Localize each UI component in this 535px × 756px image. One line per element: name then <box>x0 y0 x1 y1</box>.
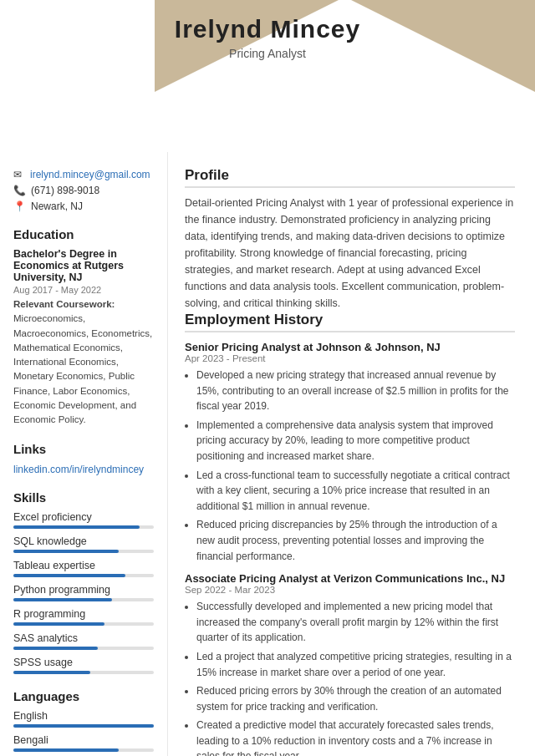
email-icon: ✉ <box>13 169 25 180</box>
profile-title: Profile <box>185 167 515 188</box>
skill-bar-bg <box>13 647 154 650</box>
language-bar-bg <box>13 748 154 752</box>
language-bar-fill <box>13 748 119 752</box>
skill-bar-bg <box>13 550 154 553</box>
job-date: Apr 2023 - Present <box>185 353 515 363</box>
skill-item: Tableau expertise <box>13 560 154 577</box>
email-item: ✉ irelynd.mincey@gmail.com <box>13 169 154 180</box>
edu-degree: Bachelor's Degree in Economics at Rutger… <box>13 248 154 283</box>
skills-section: Skills Excel proficiency SQL knowledge T… <box>13 490 154 674</box>
edu-dates: Aug 2017 - May 2022 <box>13 285 154 295</box>
main-content: Profile Detail-oriented Pricing Analyst … <box>167 152 535 756</box>
skill-label: Python programming <box>13 584 154 596</box>
job-bullets: Developed a new pricing strategy that in… <box>185 368 515 564</box>
skill-item: Python programming <box>13 584 154 601</box>
location-item: 📍 Newark, NJ <box>13 200 154 212</box>
candidate-title: Pricing Analyst <box>0 47 535 60</box>
language-item: English <box>13 710 154 728</box>
languages-title: Languages <box>13 689 154 703</box>
skill-item: SPSS usage <box>13 657 154 674</box>
language-bar-fill <box>13 724 154 728</box>
job-bullet: Reduced pricing discrepancies by 25% thr… <box>196 517 515 564</box>
skill-label: SAS analytics <box>13 632 154 644</box>
sidebar: ✉ irelynd.mincey@gmail.com 📞 (671) 898-9… <box>0 152 167 756</box>
job-title: Associate Pricing Analyst at Verizon Com… <box>185 572 515 585</box>
skill-bar-bg <box>13 671 154 674</box>
skill-label: SPSS usage <box>13 657 154 668</box>
skill-item: R programming <box>13 608 154 626</box>
education-section: Education Bachelor's Degree in Economics… <box>13 227 154 427</box>
jobs-list: Senior Pricing Analyst at Johnson & John… <box>185 341 515 756</box>
skill-bar-fill <box>13 525 140 529</box>
skill-bar-bg <box>13 525 154 529</box>
language-label: Bengali <box>13 734 154 746</box>
skill-label: SQL knowledge <box>13 535 154 547</box>
job-bullet: Led a project that analyzed competitive … <box>196 649 515 680</box>
edu-coursework: Relevant Coursework: Microeconomics, Mac… <box>13 297 154 427</box>
language-bar-bg <box>13 724 154 728</box>
skill-bar-fill <box>13 647 98 650</box>
phone-number: (671) 898-9018 <box>31 185 99 196</box>
employment-section: Employment History Senior Pricing Analys… <box>185 312 515 756</box>
coursework-label: Relevant Coursework: <box>13 299 115 309</box>
skill-bar-fill <box>13 671 90 674</box>
languages-list: English Bengali <box>13 710 154 752</box>
skill-bar-fill <box>13 550 119 553</box>
contact-section: ✉ irelynd.mincey@gmail.com 📞 (671) 898-9… <box>13 169 154 212</box>
phone-item: 📞 (671) 898-9018 <box>13 185 154 196</box>
links-title: Links <box>13 442 154 456</box>
job-bullet: Created a predictive model that accurate… <box>196 718 515 756</box>
skill-bar-fill <box>13 598 112 601</box>
skill-item: SQL knowledge <box>13 535 154 553</box>
coursework-text: Microeconomics, Macroeconomics, Economet… <box>13 313 152 424</box>
skill-label: Excel proficiency <box>13 511 154 523</box>
skill-bar-bg <box>13 622 154 626</box>
profile-text: Detail-oriented Pricing Analyst with 1 y… <box>185 195 515 312</box>
linkedin-link[interactable]: linkedin.com/in/irelyndmincey <box>13 464 144 475</box>
skills-list: Excel proficiency SQL knowledge Tableau … <box>13 511 154 674</box>
job-bullet: Developed a new pricing strategy that in… <box>196 368 515 414</box>
job-item: Associate Pricing Analyst at Verizon Com… <box>185 572 515 756</box>
skill-bar-fill <box>13 622 104 626</box>
languages-section: Languages English Bengali <box>13 689 154 752</box>
header: Irelynd Mincey Pricing Analyst <box>0 0 535 60</box>
profile-section: Profile Detail-oriented Pricing Analyst … <box>185 167 515 312</box>
email-link[interactable]: irelynd.mincey@gmail.com <box>30 169 150 180</box>
job-date: Sep 2022 - Mar 2023 <box>185 585 515 595</box>
language-item: Bengali <box>13 734 154 752</box>
employment-title: Employment History <box>185 312 515 332</box>
job-bullets: Successfully developed and implemented a… <box>185 599 515 756</box>
skill-item: Excel proficiency <box>13 511 154 529</box>
job-bullet: Implemented a comprehensive data analysi… <box>196 418 515 464</box>
job-bullet: Successfully developed and implemented a… <box>196 599 515 646</box>
location-icon: 📍 <box>13 200 26 212</box>
skill-bar-bg <box>13 598 154 601</box>
links-section: Links linkedin.com/in/irelyndmincey <box>13 442 154 475</box>
skills-title: Skills <box>13 490 154 505</box>
skill-label: Tableau expertise <box>13 560 154 571</box>
job-bullet: Led a cross-functional team to successfu… <box>196 468 515 515</box>
job-item: Senior Pricing Analyst at Johnson & John… <box>185 341 515 564</box>
location-text: Newark, NJ <box>31 200 83 212</box>
skill-bar-fill <box>13 574 125 577</box>
job-title: Senior Pricing Analyst at Johnson & John… <box>185 341 515 353</box>
language-label: English <box>13 710 154 722</box>
skill-item: SAS analytics <box>13 632 154 650</box>
job-bullet: Reduced pricing errors by 30% through th… <box>196 683 515 714</box>
phone-icon: 📞 <box>13 185 26 196</box>
education-title: Education <box>13 227 154 241</box>
skill-label: R programming <box>13 608 154 620</box>
skill-bar-bg <box>13 574 154 577</box>
candidate-name: Irelynd Mincey <box>0 15 535 43</box>
